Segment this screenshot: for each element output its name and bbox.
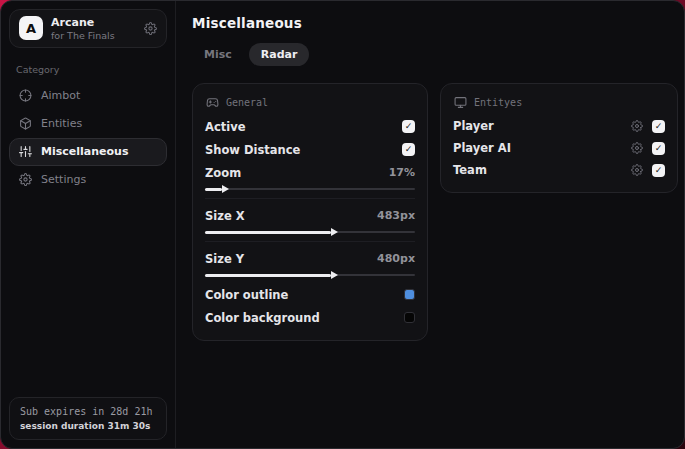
sidebar-item-label: Miscellaneous <box>41 145 128 158</box>
color-outline-swatch[interactable] <box>404 289 415 300</box>
sidebar-item-label: Aimbot <box>41 89 80 102</box>
sliders-icon <box>19 145 32 158</box>
color-label: Color background <box>205 311 320 325</box>
slider-fill <box>205 231 331 234</box>
entities-panel-header: Entityes <box>454 96 664 109</box>
entities-panel-title: Entityes <box>474 97 522 108</box>
app-window: A Arcane for The Finals Category Aimbot … <box>0 0 685 449</box>
slider-thumb[interactable] <box>331 271 338 279</box>
entity-label: Player AI <box>453 141 631 155</box>
gear-icon[interactable] <box>631 164 643 176</box>
divider <box>205 198 415 199</box>
entity-label: Player <box>453 119 631 133</box>
sidebar: A Arcane for The Finals Category Aimbot … <box>1 1 176 448</box>
category-label: Category <box>16 64 160 75</box>
page-title: Miscellaneous <box>192 15 678 31</box>
slider-fill <box>205 274 331 277</box>
entity-row-player: Player ✓ <box>453 115 665 137</box>
check-icon: ✓ <box>655 122 663 131</box>
toggle-row-active: Active ✓ <box>205 115 415 138</box>
toggle-label: Active <box>205 120 245 134</box>
checkbox-active[interactable]: ✓ <box>402 120 415 133</box>
entity-label: Team <box>453 163 631 177</box>
profile-text: Arcane for The Finals <box>51 16 115 41</box>
monitor-icon <box>454 96 467 109</box>
zoom-slider[interactable] <box>205 184 415 194</box>
gear-icon[interactable] <box>631 120 643 132</box>
entity-row-team: Team ✓ <box>453 159 665 181</box>
general-panel-title: General <box>226 97 268 108</box>
slider-value: 483px <box>377 209 415 222</box>
slider-fill <box>205 188 222 191</box>
slider-track <box>205 188 415 190</box>
general-panel-header: General <box>206 96 414 109</box>
main-content: Miscellaneous Misc Radar General Active … <box>176 1 685 448</box>
box-icon <box>19 117 32 130</box>
tab-misc[interactable]: Misc <box>192 43 244 66</box>
gear-icon[interactable] <box>631 142 643 154</box>
sidebar-item-miscellaneous[interactable]: Miscellaneous <box>9 138 167 166</box>
check-icon: ✓ <box>405 122 413 131</box>
tab-bar: Misc Radar <box>192 43 678 66</box>
slider-row-zoom: Zoom 17% <box>205 161 415 184</box>
slider-thumb[interactable] <box>331 228 338 236</box>
gamepad-icon <box>206 96 219 109</box>
size-x-slider[interactable] <box>205 227 415 237</box>
slider-value: 17% <box>389 166 415 179</box>
sidebar-item-label: Entities <box>41 117 82 130</box>
checkbox-player[interactable]: ✓ <box>652 120 665 133</box>
app-logo: A <box>19 16 43 40</box>
slider-label: Size X <box>205 209 245 223</box>
subscription-card: Sub expires in 28d 21h session duration … <box>9 397 167 440</box>
profile-card: A Arcane for The Finals <box>9 9 167 48</box>
slider-label: Zoom <box>205 166 241 180</box>
checkbox-player-ai[interactable]: ✓ <box>652 142 665 155</box>
divider <box>205 241 415 242</box>
general-panel: General Active ✓ Show Distance ✓ Zoom 17… <box>192 83 428 341</box>
color-label: Color outline <box>205 288 288 302</box>
entity-row-player-ai: Player AI ✓ <box>453 137 665 159</box>
session-duration: session duration 31m 30s <box>20 421 156 431</box>
slider-label: Size Y <box>205 252 244 266</box>
checkbox-show-distance[interactable]: ✓ <box>402 143 415 156</box>
slider-value: 480px <box>377 252 415 265</box>
slider-thumb[interactable] <box>222 185 229 193</box>
check-icon: ✓ <box>405 145 413 154</box>
subscription-expiry: Sub expires in 28d 21h <box>20 406 156 417</box>
color-row-background: Color background <box>205 306 415 329</box>
check-icon: ✓ <box>655 144 663 153</box>
sidebar-item-settings[interactable]: Settings <box>9 166 167 194</box>
gear-icon <box>19 173 32 186</box>
toggle-label: Show Distance <box>205 143 300 157</box>
color-background-swatch[interactable] <box>404 312 415 323</box>
tab-radar[interactable]: Radar <box>249 43 310 66</box>
sidebar-nav: Aimbot Entities Miscellaneous Settings <box>1 82 175 194</box>
slider-row-size-x: Size X 483px <box>205 204 415 227</box>
size-y-slider[interactable] <box>205 270 415 280</box>
panels: General Active ✓ Show Distance ✓ Zoom 17… <box>192 83 678 341</box>
sidebar-item-aimbot[interactable]: Aimbot <box>9 82 167 110</box>
sidebar-item-entities[interactable]: Entities <box>9 110 167 138</box>
checkbox-team[interactable]: ✓ <box>652 164 665 177</box>
check-icon: ✓ <box>655 166 663 175</box>
toggle-row-show-distance: Show Distance ✓ <box>205 138 415 161</box>
gear-icon[interactable] <box>144 22 157 35</box>
entities-panel: Entityes Player ✓ Player AI ✓ Team ✓ <box>440 83 678 193</box>
slider-row-size-y: Size Y 480px <box>205 247 415 270</box>
sidebar-item-label: Settings <box>41 173 86 186</box>
crosshair-icon <box>19 89 32 102</box>
app-subtitle: for The Finals <box>51 30 115 41</box>
color-row-outline: Color outline <box>205 283 415 306</box>
app-title: Arcane <box>51 16 115 30</box>
